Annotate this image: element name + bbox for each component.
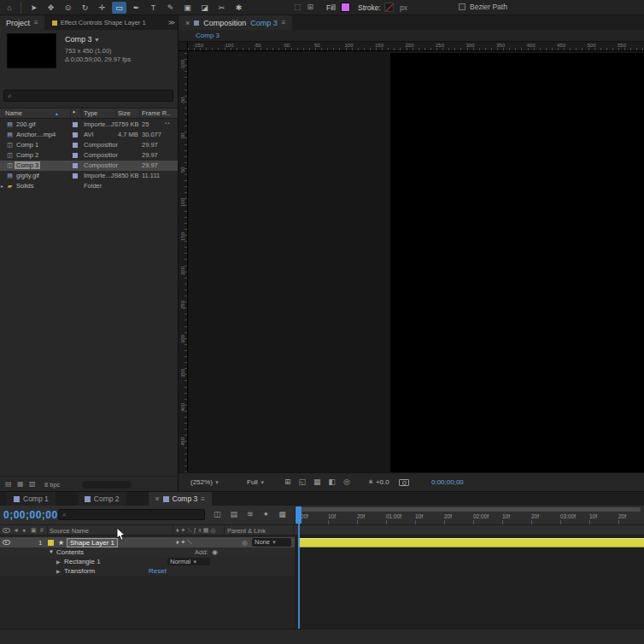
- rectangle-shape-tool-icon[interactable]: ▭: [112, 2, 126, 14]
- project-search-input[interactable]: ⌕: [3, 90, 173, 102]
- label-color-swatch[interactable]: [73, 173, 78, 179]
- snap-option-icon[interactable]: ⊞: [307, 3, 314, 11]
- timeline-tab-comp-1[interactable]: Comp 1: [7, 492, 56, 506]
- transform-row[interactable]: [0, 566, 295, 576]
- puppet-tool-icon[interactable]: ✱: [231, 2, 246, 14]
- label-color-swatch[interactable]: [73, 122, 78, 127]
- project-footer-scrollbar[interactable]: [82, 481, 132, 489]
- label-column-icon[interactable]: ♦: [73, 109, 75, 114]
- time-ruler[interactable]: :00f10f20f01:00f10f20f02:00f10f20f03:00f…: [295, 506, 644, 524]
- column-size[interactable]: Size: [118, 109, 131, 117]
- lock-column-icon[interactable]: ▣: [31, 527, 37, 534]
- viewer-timecode[interactable]: 0;00;00;00: [431, 478, 464, 486]
- roto-brush-tool-icon[interactable]: ✂: [214, 2, 229, 14]
- pan-behind-tool-icon[interactable]: ✛: [95, 2, 109, 14]
- icon-view-icon[interactable]: ▦: [17, 480, 24, 488]
- motion-blur-icon[interactable]: ▦: [278, 510, 286, 518]
- fill-swatch[interactable]: [341, 3, 350, 12]
- label-color-swatch[interactable]: [73, 153, 78, 158]
- layer-row[interactable]: [0, 537, 295, 547]
- clone-stamp-tool-icon[interactable]: ▣: [180, 2, 195, 14]
- viewer-tab-comp3[interactable]: Comp 3: [196, 32, 220, 39]
- new-folder-icon[interactable]: ▧: [29, 480, 36, 488]
- close-icon[interactable]: ×: [155, 495, 160, 503]
- column-frame-rate[interactable]: Frame R..: [142, 109, 170, 117]
- video-column-eye-icon[interactable]: [3, 528, 10, 533]
- panel-menu-icon[interactable]: ≡: [282, 19, 286, 26]
- panel-menu-icon[interactable]: ≡: [201, 495, 205, 503]
- tab-project[interactable]: Project ≡: [0, 15, 44, 30]
- twirl-right-icon[interactable]: ▶: [56, 568, 61, 574]
- twirl-right-icon[interactable]: ▶: [56, 559, 61, 565]
- project-row[interactable]: ▤200.gifImporte...JS80759 KB25▪▪: [0, 120, 178, 130]
- parent-dropdown[interactable]: None ▼: [252, 538, 291, 547]
- snapshot-camera-icon[interactable]: [399, 479, 409, 486]
- project-bit-depth[interactable]: 8 bpc: [44, 481, 60, 489]
- mask-visibility-icon[interactable]: ▦: [313, 477, 321, 486]
- panel-menu-icon[interactable]: ≡: [34, 19, 38, 26]
- timeline-search-input[interactable]: ⌕: [58, 509, 205, 520]
- project-row[interactable]: ◫Comp 3Composition29.97: [0, 161, 178, 171]
- project-row[interactable]: ▸▰SolidsFolder: [0, 181, 178, 191]
- column-name[interactable]: Name: [5, 109, 22, 117]
- solo-column-icon[interactable]: ●: [22, 527, 26, 533]
- channel-icon[interactable]: ◧: [329, 477, 337, 486]
- current-timecode[interactable]: 0;00;00;00: [3, 509, 58, 521]
- selection-tool-icon[interactable]: ➤: [26, 2, 41, 14]
- magnification-dropdown[interactable]: (252%) ▼: [190, 478, 220, 486]
- rectangle-row[interactable]: [0, 557, 295, 566]
- playhead-line[interactable]: [298, 506, 300, 629]
- bezier-path-checkbox[interactable]: [459, 3, 465, 10]
- hide-shy-icon[interactable]: ≋: [247, 510, 254, 518]
- timeline-track-area[interactable]: [295, 536, 644, 629]
- mini-flowchart-icon[interactable]: ◫: [214, 510, 221, 518]
- layer-duration-bar[interactable]: [298, 538, 644, 547]
- transform-group-label[interactable]: Transform: [64, 567, 95, 575]
- stroke-swatch[interactable]: [384, 3, 394, 12]
- layer-visibility-eye-icon[interactable]: [3, 540, 10, 545]
- label-color-swatch[interactable]: [73, 163, 78, 168]
- column-source-name[interactable]: Source Name: [50, 527, 89, 535]
- draft-3d-icon[interactable]: ▤: [231, 510, 238, 518]
- close-icon[interactable]: ×: [185, 19, 190, 27]
- transform-reset-link[interactable]: Reset: [149, 567, 167, 575]
- layer-label-color-swatch[interactable]: [48, 540, 54, 546]
- vertical-ruler[interactable]: -100-500050100150200250300350400450: [179, 51, 188, 472]
- composition-canvas[interactable]: [390, 53, 644, 472]
- exposure-control[interactable]: ✳ +0.0: [368, 478, 389, 486]
- orbit-camera-tool-icon[interactable]: ↻: [78, 2, 92, 14]
- twirl-right-icon[interactable]: ▸: [1, 183, 3, 189]
- add-button[interactable]: ◉: [212, 548, 218, 556]
- contents-group-label[interactable]: Contents: [56, 548, 84, 556]
- column-parent-link[interactable]: Parent & Link: [227, 527, 266, 535]
- region-of-interest-icon[interactable]: ⊞: [284, 477, 291, 486]
- layer-name[interactable]: Shape Layer 1: [67, 538, 118, 547]
- resolution-dropdown[interactable]: Full ▼: [247, 478, 265, 486]
- column-type[interactable]: Type: [84, 109, 97, 117]
- label-color-swatch[interactable]: [73, 132, 78, 138]
- transparency-grid-icon[interactable]: ◱: [299, 477, 307, 486]
- twirl-down-icon[interactable]: ▼: [49, 549, 54, 554]
- eraser-tool-icon[interactable]: ◪: [197, 2, 212, 14]
- horizontal-ruler[interactable]: -150-100-5000501001502002503003504004505…: [188, 42, 644, 51]
- column-number[interactable]: #: [40, 527, 44, 533]
- layer-switches[interactable]: ♦✦⟍: [176, 539, 193, 546]
- timeline-tab-comp-2[interactable]: Comp 2: [78, 492, 126, 506]
- tab-composition[interactable]: × Composition Comp 3 ≡: [179, 15, 292, 30]
- tab-overflow-icon[interactable]: ≫: [168, 19, 175, 26]
- tab-effect-controls[interactable]: Effect Controls Shape Layer 1: [61, 19, 146, 26]
- project-row[interactable]: ▤Anchor....mp4AVI4.7 MB30.077: [0, 130, 178, 140]
- frame-blend-icon[interactable]: ✦: [263, 510, 270, 518]
- sort-arrow-icon[interactable]: ▲: [55, 111, 59, 116]
- hand-tool-icon[interactable]: ✥: [44, 2, 58, 14]
- timeline-tab-comp-3[interactable]: ×Comp 3≡: [149, 492, 212, 506]
- guides-icon[interactable]: ◎: [343, 477, 350, 486]
- audio-column-icon[interactable]: ◄: [13, 527, 19, 533]
- chevron-down-icon[interactable]: ▼: [94, 37, 100, 43]
- contents-row[interactable]: [0, 547, 295, 557]
- parent-pickwhip-icon[interactable]: ◎: [242, 539, 248, 547]
- brush-tool-icon[interactable]: ✎: [163, 2, 178, 14]
- label-color-swatch[interactable]: [73, 143, 78, 148]
- grid-option-icon[interactable]: ⬚: [294, 3, 302, 11]
- time-navigator[interactable]: [299, 507, 641, 512]
